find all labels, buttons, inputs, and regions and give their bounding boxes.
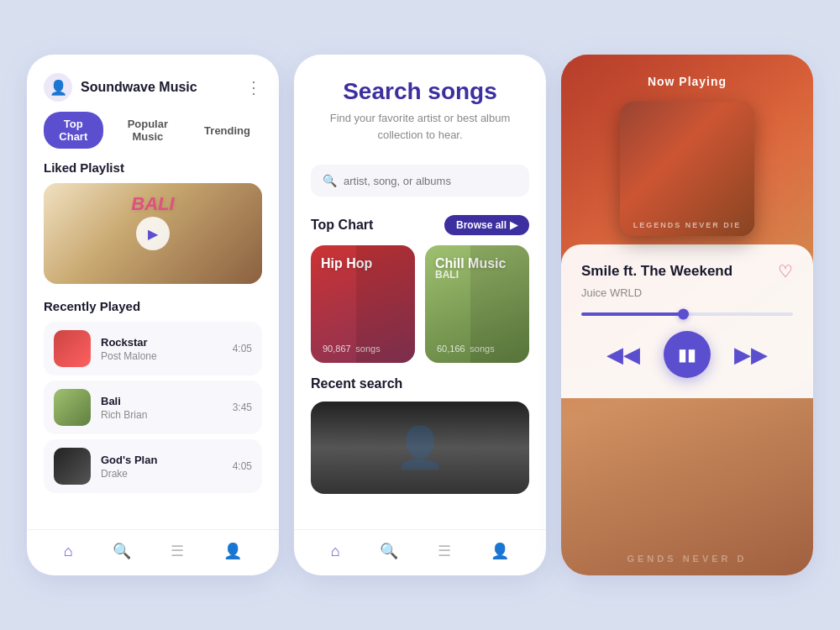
song-artist: Post Malone — [101, 350, 223, 362]
search-icon: 🔍 — [323, 174, 337, 187]
search-subtitle: Find your favorite artist or best album … — [311, 110, 529, 143]
phone-2: Search songs Find your favorite artist o… — [294, 55, 546, 575]
search-title: Search songs — [311, 78, 529, 105]
play-button[interactable]: ▶ — [136, 217, 170, 250]
table-row[interactable]: God's Plan Drake 4:05 — [44, 439, 262, 493]
bottom-nav-2: ⌂ 🔍 ☰ 👤 — [294, 529, 546, 575]
album-legend: LEGENDS NEVER DIE — [620, 221, 754, 229]
table-row[interactable]: Bali Rich Brian 3:45 — [44, 381, 262, 434]
playlist-nav-icon-2[interactable]: ☰ — [438, 542, 451, 560]
home-nav-icon[interactable]: ⌂ — [64, 543, 73, 560]
chart-cards: Hip Hop 90,867 songs Chill Music BALI 60… — [294, 245, 546, 376]
profile-nav-icon[interactable]: 👤 — [223, 542, 242, 560]
search-nav-icon-2[interactable]: 🔍 — [380, 542, 398, 560]
song-title: Smile ft. The Weekend — [581, 263, 732, 280]
top-chart-label: Top Chart — [311, 218, 373, 233]
tab-trending[interactable]: Trending — [192, 112, 262, 149]
more-options-icon[interactable]: ⋮ — [245, 77, 262, 97]
song-duration: 3:45 — [233, 402, 252, 413]
progress-fill — [581, 312, 683, 316]
avatar-icon[interactable]: 👤 — [44, 73, 72, 102]
recently-played-label: Recently Played — [27, 299, 279, 322]
song-artist: Juice WRLD — [581, 286, 793, 299]
next-button[interactable]: ▶▶ — [734, 342, 768, 368]
album-image — [620, 102, 754, 236]
person-image: 👤 — [311, 402, 529, 494]
chill-image — [470, 245, 529, 363]
song-list: Rockstar Post Malone 4:05 Bali Rich Bria… — [27, 322, 279, 493]
chill-card[interactable]: Chill Music BALI 60,166 songs — [425, 245, 529, 363]
phone-1: 👤 Soundwave Music ⋮ Top Chart Popular Mu… — [27, 55, 279, 575]
tab-top-chart[interactable]: Top Chart — [44, 112, 103, 149]
liked-playlist-banner[interactable]: BALI ▶ — [44, 183, 262, 284]
song-name: Rockstar — [101, 336, 223, 349]
prev-button[interactable]: ◀◀ — [606, 342, 640, 368]
progress-dot — [678, 309, 689, 320]
song-name: God's Plan — [101, 454, 223, 466]
liked-playlist-label: Liked Playlist — [27, 160, 279, 183]
playback-controls: ◀◀ ▮▮ ▶▶ — [581, 331, 793, 378]
bottom-nav: ⌂ 🔍 ☰ 👤 — [27, 529, 279, 575]
phone2-header: Search songs Find your favorite artist o… — [294, 55, 546, 151]
home-nav-icon-2[interactable]: ⌂ — [331, 543, 340, 560]
now-playing-label: Now Playing — [561, 75, 813, 88]
banner-text: BALI — [131, 193, 174, 215]
recent-search-label: Recent search — [294, 376, 546, 402]
table-row[interactable]: Rockstar Post Malone 4:05 — [44, 322, 262, 375]
tab-popular-music[interactable]: Popular Music — [110, 112, 186, 149]
profile-nav-icon-2[interactable]: 👤 — [491, 542, 509, 560]
playlist-nav-icon[interactable]: ☰ — [171, 542, 184, 560]
progress-bar[interactable] — [581, 312, 793, 316]
app-title: Soundwave Music — [81, 80, 197, 95]
song-thumbnail — [54, 330, 91, 367]
phone-3: Now Playing LEGENDS NEVER DIE Smile ft. … — [561, 55, 813, 575]
player-card: Smile ft. The Weekend ♡ Juice WRLD ◀◀ ▮▮… — [561, 244, 813, 398]
phone1-header: 👤 Soundwave Music ⋮ — [27, 55, 279, 112]
chill-sub: BALI — [435, 269, 459, 281]
search-input[interactable] — [344, 175, 517, 187]
search-bar[interactable]: 🔍 — [311, 165, 529, 197]
hiphop-card[interactable]: Hip Hop 90,867 songs — [311, 245, 415, 363]
song-thumbnail — [54, 389, 91, 426]
song-artist: Rich Brian — [101, 409, 223, 421]
album-art: LEGENDS NEVER DIE — [620, 102, 754, 236]
phones-container: 👤 Soundwave Music ⋮ Top Chart Popular Mu… — [27, 55, 813, 575]
browse-all-button[interactable]: Browse all ▶ — [444, 215, 529, 235]
like-button[interactable]: ♡ — [778, 261, 793, 281]
tab-bar: Top Chart Popular Music Trending — [27, 112, 279, 160]
hiphop-image — [356, 245, 415, 363]
player-content: Now Playing LEGENDS NEVER DIE Smile ft. … — [561, 55, 813, 398]
song-duration: 4:05 — [233, 460, 252, 472]
song-name: Bali — [101, 395, 223, 407]
song-duration: 4:05 — [233, 343, 252, 354]
song-thumbnail — [54, 448, 91, 485]
song-artist: Drake — [101, 468, 223, 480]
recent-search-image[interactable]: 👤 — [311, 402, 529, 494]
search-nav-icon[interactable]: 🔍 — [113, 542, 131, 560]
pause-button[interactable]: ▮▮ — [664, 331, 711, 378]
